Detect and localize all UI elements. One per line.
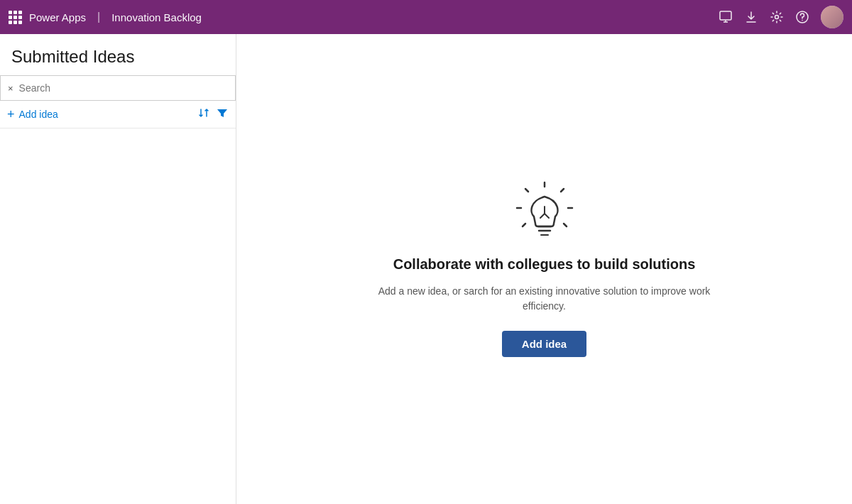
empty-state-title: Collaborate with collegues to build solu… xyxy=(393,256,696,273)
add-idea-row: + Add idea xyxy=(0,101,236,128)
avatar[interactable] xyxy=(821,6,843,28)
row-actions xyxy=(197,106,229,122)
sidebar: Submitted Ideas × + Add idea xyxy=(0,34,236,504)
app-name: Power Apps xyxy=(29,11,86,23)
add-idea-button[interactable]: + Add idea xyxy=(7,107,197,122)
header-left: Power Apps | Innovation Backlog xyxy=(9,11,719,24)
settings-icon[interactable] xyxy=(770,10,784,24)
add-idea-label: Add idea xyxy=(19,109,58,120)
add-idea-plus-icon: + xyxy=(7,107,15,122)
empty-state: Collaborate with collegues to build solu… xyxy=(367,181,722,357)
search-input[interactable] xyxy=(19,82,228,94)
help-icon[interactable] xyxy=(795,10,809,24)
monitor-icon[interactable] xyxy=(719,10,733,24)
svg-point-6 xyxy=(802,20,803,21)
page-layout: Submitted Ideas × + Add idea xyxy=(0,34,852,504)
search-bar[interactable]: × xyxy=(0,75,236,101)
svg-line-9 xyxy=(525,189,528,192)
svg-line-13 xyxy=(523,224,525,226)
app-header: Power Apps | Innovation Backlog xyxy=(0,0,852,34)
download-icon[interactable] xyxy=(744,10,758,24)
svg-point-4 xyxy=(775,16,779,19)
cta-add-idea-button[interactable]: Add idea xyxy=(502,331,586,357)
lightbulb-icon xyxy=(513,181,577,245)
header-separator: | xyxy=(97,11,100,23)
waffle-menu-icon[interactable] xyxy=(9,11,22,24)
page-title-area: Submitted Ideas xyxy=(0,34,236,75)
svg-line-8 xyxy=(561,189,564,192)
header-right xyxy=(719,6,843,28)
search-clear-icon[interactable]: × xyxy=(8,83,13,94)
svg-rect-0 xyxy=(720,11,731,20)
empty-state-subtitle: Add a new idea, or sarch for an existing… xyxy=(367,284,722,314)
filter-icon[interactable] xyxy=(216,106,229,122)
svg-line-12 xyxy=(564,224,567,226)
sort-icon[interactable] xyxy=(197,106,210,122)
page-title: Submitted Ideas xyxy=(11,47,224,67)
main-content: Collaborate with collegues to build solu… xyxy=(236,34,852,504)
app-title: Innovation Backlog xyxy=(111,11,202,23)
